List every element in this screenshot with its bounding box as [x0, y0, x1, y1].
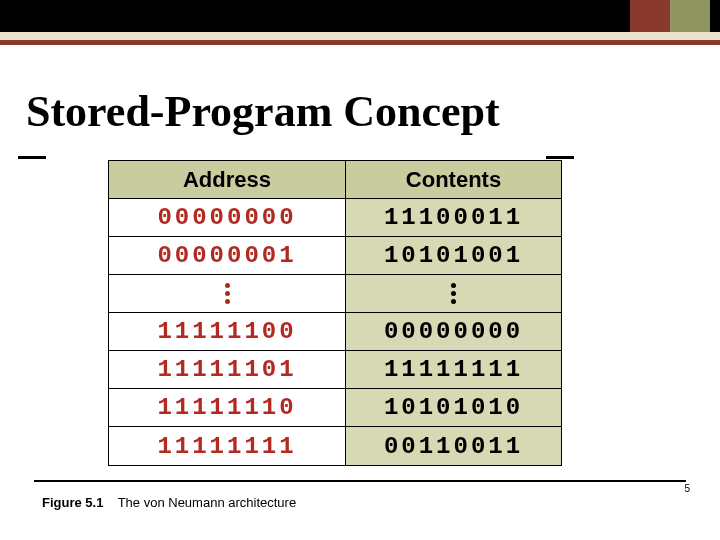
decorative-ribbon: [0, 0, 720, 56]
page-number: 5: [684, 483, 690, 494]
title-rule-right: [546, 156, 574, 159]
header-contents: Contents: [406, 167, 501, 193]
address-cell: 00000001: [109, 237, 346, 275]
table-row: 11111110 10101010: [109, 389, 561, 427]
address-cell: 11111101: [109, 351, 346, 389]
contents-cell: 00000000: [346, 313, 561, 351]
table-row: 11111100 00000000: [109, 313, 561, 351]
address-cell: 11111110: [109, 389, 346, 427]
figure-text: The von Neumann architecture: [118, 495, 296, 510]
table-row: 11111111 00110011: [109, 427, 561, 465]
header-address: Address: [183, 167, 271, 193]
address-cell: 11111100: [109, 313, 346, 351]
address-ellipsis: [109, 275, 346, 313]
slide-title: Stored-Program Concept: [26, 86, 500, 137]
title-rule-left: [18, 156, 46, 159]
address-cell: 11111111: [109, 427, 346, 465]
contents-ellipsis: [346, 275, 561, 313]
contents-cell: 10101001: [346, 237, 561, 275]
address-cell: 00000000: [109, 199, 346, 237]
table-row-ellipsis: [109, 275, 561, 313]
table-row: 11111101 11111111: [109, 351, 561, 389]
contents-cell: 11111111: [346, 351, 561, 389]
memory-table: Address Contents 00000000 11100011 00000…: [108, 160, 562, 466]
table-header-row: Address Contents: [109, 161, 561, 199]
contents-cell: 00110011: [346, 427, 561, 465]
figure-caption: Figure 5.1 The von Neumann architecture: [42, 495, 296, 510]
figure-number: Figure 5.1: [42, 495, 103, 510]
table-row: 00000000 11100011: [109, 199, 561, 237]
contents-cell: 11100011: [346, 199, 561, 237]
table-row: 00000001 10101001: [109, 237, 561, 275]
contents-cell: 10101010: [346, 389, 561, 427]
footer-rule: [34, 480, 686, 482]
